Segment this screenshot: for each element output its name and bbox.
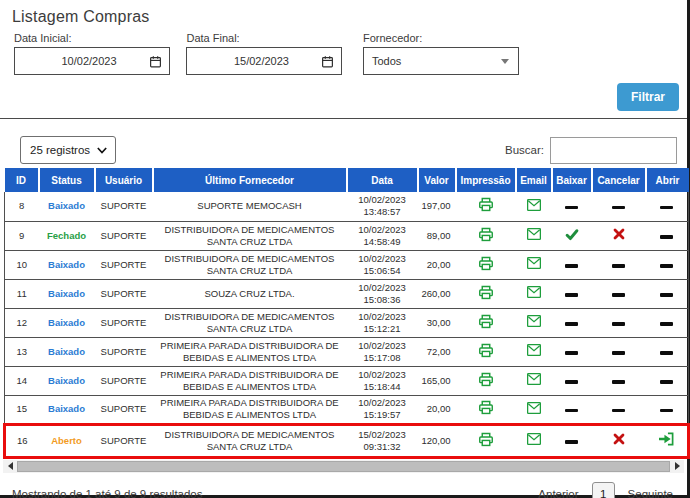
dash-icon [565, 264, 578, 268]
dash-icon [612, 206, 625, 210]
email-icon[interactable] [526, 401, 542, 415]
email-icon[interactable] [526, 432, 542, 446]
print-icon[interactable] [478, 400, 494, 415]
dash-icon [565, 293, 578, 297]
action-cell [456, 308, 516, 337]
dash-icon [565, 206, 578, 210]
baixar-check-icon[interactable] [565, 228, 579, 241]
action-cell [552, 424, 592, 457]
column-header-valor[interactable]: Valor [418, 168, 456, 192]
dash-icon [612, 409, 625, 413]
cell-fornecedor: DISTRIBUIDORA DE MEDICAMENTOS SANTA CRUZ… [153, 424, 347, 457]
data-final-input[interactable]: 15/02/2023 [186, 47, 342, 75]
print-icon[interactable] [478, 227, 494, 242]
column-header-data[interactable]: Data [347, 168, 418, 192]
cancelar-x-icon[interactable] [613, 433, 625, 445]
email-icon[interactable] [526, 227, 542, 241]
dash-icon [565, 409, 578, 413]
table-row: 8BaixadoSUPORTESUPORTE MEMOCASH10/02/202… [5, 192, 689, 221]
cell-usuario: SUPORTE [95, 366, 153, 395]
email-icon[interactable] [526, 372, 542, 386]
table-row: 15BaixadoSUPORTEPRIMEIRA PARADA DISTRIBU… [5, 395, 689, 424]
data-final-group: Data Final: 15/02/2023 [186, 32, 342, 75]
cell-fornecedor: SOUZA CRUZ LTDA. [153, 279, 347, 308]
action-cell [592, 337, 646, 366]
table-row: 9FechadoSUPORTEDISTRIBUIDORA DE MEDICAME… [5, 221, 689, 250]
chevron-down-icon [501, 59, 509, 64]
scroll-left-arrow-icon[interactable] [3, 462, 17, 470]
print-icon[interactable] [478, 256, 494, 271]
print-icon[interactable] [478, 343, 494, 358]
table-header-row: IDStatusUsuárioÚltimo FornecedorDataValo… [5, 168, 689, 192]
scrollbar-thumb[interactable] [17, 461, 670, 472]
email-icon[interactable] [526, 285, 542, 299]
cell-status: Aberto [39, 424, 95, 457]
anterior-link[interactable]: Anterior [538, 488, 578, 498]
fornecedor-select[interactable]: Todos [363, 47, 519, 75]
cell-usuario: SUPORTE [95, 250, 153, 279]
horizontal-scrollbar[interactable] [3, 460, 684, 473]
page-size-select[interactable]: 25 registros [20, 136, 116, 164]
cell-data: 10/02/202315:06:54 [347, 250, 418, 279]
cell-data: 10/02/202315:17:08 [347, 337, 418, 366]
action-cell [592, 221, 646, 250]
cell-status: Baixado [39, 395, 95, 424]
abrir-enter-icon[interactable] [658, 432, 674, 446]
cancelar-x-icon[interactable] [613, 228, 625, 240]
page-1-button[interactable]: 1 [592, 482, 615, 498]
filter-button-row: Filtrar [0, 83, 679, 111]
cell-fornecedor: PRIMEIRA PARADA DISTRIBUIDORA DE BEBIDAS… [153, 366, 347, 395]
search-input[interactable] [550, 137, 677, 164]
pagination: Anterior 1 Seguinte [538, 482, 673, 498]
print-icon[interactable] [478, 197, 494, 212]
email-icon[interactable] [526, 198, 542, 212]
cell-valor: 30,00 [418, 308, 456, 337]
column-header-email[interactable]: Email [516, 168, 552, 192]
action-cell [646, 337, 689, 366]
data-inicial-group: Data Inicial: 10/02/2023 [14, 32, 170, 75]
data-inicial-input[interactable]: 10/02/2023 [14, 47, 170, 75]
seguinte-link[interactable]: Seguinte [628, 488, 673, 498]
print-icon[interactable] [478, 285, 494, 300]
action-cell [552, 366, 592, 395]
fornecedor-group: Fornecedor: Todos [363, 32, 519, 75]
cell-id: 11 [5, 279, 39, 308]
action-cell [592, 308, 646, 337]
cell-usuario: SUPORTE [95, 395, 153, 424]
action-cell [646, 366, 689, 395]
action-cell [456, 192, 516, 221]
column-header-abrir[interactable]: Abrir [646, 168, 689, 192]
email-icon[interactable] [526, 256, 542, 270]
cell-usuario: SUPORTE [95, 424, 153, 457]
email-icon[interactable] [526, 314, 542, 328]
cell-status: Baixado [39, 192, 95, 221]
action-cell [592, 192, 646, 221]
column-header-impress-o[interactable]: Impressão [456, 168, 516, 192]
buscar-label: Buscar: [505, 144, 544, 156]
scroll-right-arrow-icon[interactable] [670, 462, 684, 470]
cell-valor: 197,00 [418, 192, 456, 221]
column-header-id[interactable]: ID [5, 168, 39, 192]
column-header-cancelar[interactable]: Cancelar [592, 168, 646, 192]
dash-icon [612, 380, 625, 384]
print-icon[interactable] [478, 432, 494, 447]
action-cell [592, 424, 646, 457]
dash-icon [565, 322, 578, 326]
filtrar-button[interactable]: Filtrar [617, 83, 679, 111]
print-icon[interactable] [478, 372, 494, 387]
column-header-usu-rio[interactable]: Usuário [95, 168, 153, 192]
action-cell [552, 308, 592, 337]
calendar-icon[interactable] [321, 55, 334, 68]
cell-valor: 165,00 [418, 366, 456, 395]
print-icon[interactable] [478, 314, 494, 329]
action-cell [516, 279, 552, 308]
data-final-label: Data Final: [186, 32, 342, 44]
calendar-icon[interactable] [149, 55, 162, 68]
cell-status: Baixado [39, 308, 95, 337]
column-header--ltimo-fornecedor[interactable]: Último Fornecedor [153, 168, 347, 192]
cell-id: 14 [5, 366, 39, 395]
action-cell [646, 308, 689, 337]
email-icon[interactable] [526, 343, 542, 357]
column-header-baixar[interactable]: Baixar [552, 168, 592, 192]
column-header-status[interactable]: Status [39, 168, 95, 192]
